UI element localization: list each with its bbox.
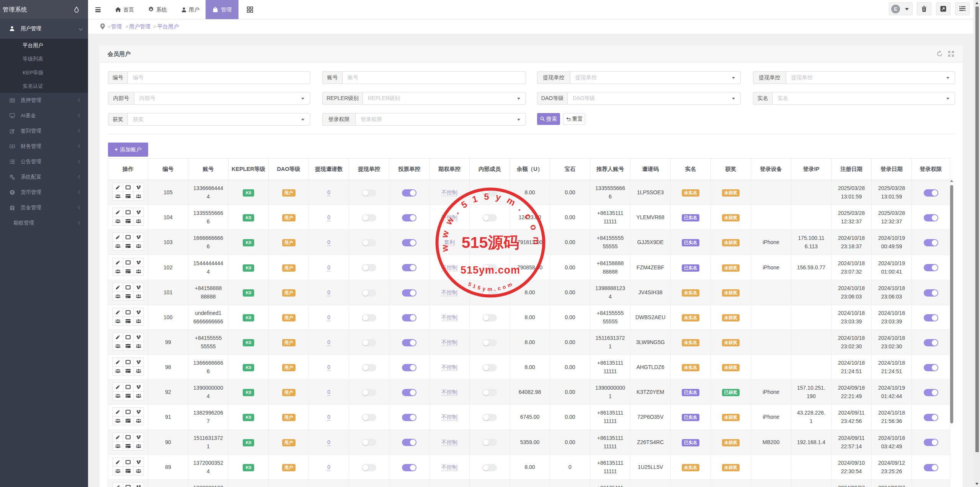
svg-text:515源码: 515源码 bbox=[462, 234, 519, 251]
svg-text:515ym.com: 515ym.com bbox=[467, 280, 515, 292]
svg-text:515ym.com: 515ym.com bbox=[461, 264, 520, 276]
